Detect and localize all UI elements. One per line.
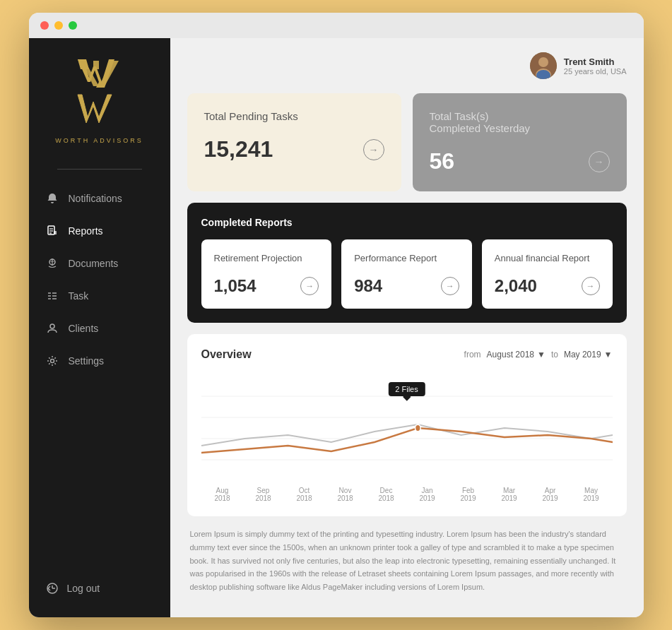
- settings-icon: [46, 355, 59, 367]
- from-label: from: [464, 350, 481, 359]
- top-bar: Trent Smith 25 years old, USA: [187, 52, 627, 79]
- user-name: Trent Smith: [564, 57, 627, 67]
- report-performance-value: 984: [354, 276, 382, 296]
- reports-label: Reports: [69, 225, 103, 237]
- main-content: Trent Smith 25 years old, USA Total Pend…: [170, 38, 644, 617]
- report-annual-value: 2,040: [495, 276, 537, 296]
- completed-tasks-card: Total Task(s) Completed Yesterday 56 →: [413, 93, 627, 191]
- completed-tasks-title: Total Task(s) Completed Yesterday: [430, 110, 610, 134]
- from-date-select[interactable]: August 2018 ▼: [487, 350, 546, 359]
- x-label-may: May2019: [577, 487, 606, 502]
- documents-label: Documents: [69, 258, 119, 269]
- date-range: from August 2018 ▼ to May 2019 ▼: [464, 350, 613, 359]
- sidebar-item-reports[interactable]: Reports: [29, 216, 170, 246]
- report-retirement-title: Retirement Projection: [214, 252, 319, 265]
- x-label-jan: Jan2019: [413, 487, 442, 502]
- x-axis-labels: Aug2018 Sep2018 Oct2018 Nov2018 Dec2018 …: [201, 484, 613, 502]
- reports-icon: [46, 225, 59, 237]
- app-window: WORTH ADVISORS Notifications: [29, 13, 644, 617]
- clients-icon: [46, 322, 59, 335]
- svg-rect-12: [54, 231, 57, 234]
- sidebar-item-clients[interactable]: Clients: [29, 314, 170, 343]
- sidebar-item-documents[interactable]: Documents: [29, 249, 170, 278]
- x-label-mar: Mar2019: [495, 487, 524, 502]
- report-card-retirement: Retirement Projection 1,054 →: [201, 239, 332, 309]
- logout-label: Log out: [67, 583, 100, 594]
- bell-icon: [46, 192, 59, 205]
- chart-tooltip: 2 Files: [388, 382, 425, 396]
- user-description: 25 years old, USA: [564, 67, 627, 76]
- notifications-label: Notifications: [69, 193, 122, 204]
- pending-tasks-title: Total Pending Tasks: [204, 110, 384, 122]
- x-label-apr: Apr2019: [536, 487, 565, 502]
- to-label: to: [551, 350, 558, 359]
- close-dot[interactable]: [40, 21, 49, 30]
- chart-area: 2 Files: [201, 375, 613, 502]
- x-label-sep: Sep2018: [249, 487, 278, 502]
- x-label-oct: Oct2018: [290, 487, 319, 502]
- svg-point-25: [538, 57, 548, 67]
- task-label: Task: [69, 290, 89, 302]
- sidebar: WORTH ADVISORS Notifications: [29, 38, 170, 617]
- settings-label: Settings: [69, 355, 105, 367]
- user-text: Trent Smith 25 years old, USA: [564, 57, 627, 76]
- user-info: Trent Smith 25 years old, USA: [530, 52, 627, 79]
- x-label-nov: Nov2018: [331, 487, 360, 502]
- completed-tasks-arrow[interactable]: →: [589, 151, 610, 172]
- report-card-annual: Annual financial Report 2,040 →: [482, 239, 613, 309]
- report-annual-bottom: 2,040 →: [495, 276, 600, 296]
- titlebar: [29, 13, 644, 38]
- brand-logo: [78, 59, 120, 93]
- overview-section: Overview from August 2018 ▼ to May 2019 …: [187, 334, 627, 516]
- svg-point-22: [50, 359, 54, 363]
- reports-grid: Retirement Projection 1,054 → Performanc…: [201, 239, 613, 309]
- pending-tasks-card: Total Pending Tasks 15,241 →: [187, 93, 401, 191]
- report-retirement-bottom: 1,054 →: [214, 276, 319, 296]
- clients-label: Clients: [69, 323, 99, 334]
- report-annual-arrow[interactable]: →: [582, 277, 600, 295]
- x-label-dec: Dec2018: [372, 487, 401, 502]
- report-performance-title: Performance Report: [354, 252, 459, 265]
- pending-tasks-value-row: 15,241 →: [204, 136, 384, 162]
- completed-tasks-value: 56: [430, 148, 455, 174]
- overview-title: Overview: [201, 348, 252, 361]
- sidebar-item-settings[interactable]: Settings: [29, 346, 170, 376]
- completed-tasks-value-row: 56 →: [430, 148, 610, 174]
- logo-area: WORTH ADVISORS: [55, 59, 143, 144]
- svg-point-32: [415, 424, 420, 432]
- svg-marker-7: [93, 61, 99, 69]
- overview-header: Overview from August 2018 ▼ to May 2019 …: [201, 348, 613, 361]
- logout-icon: [46, 582, 59, 595]
- documents-icon: [46, 257, 59, 270]
- avatar: [530, 52, 557, 79]
- report-performance-bottom: 984 →: [354, 276, 459, 296]
- sidebar-divider: [57, 169, 142, 170]
- cards-row: Total Pending Tasks 15,241 → Total Task(…: [187, 93, 627, 191]
- x-label-feb: Feb2019: [454, 487, 483, 502]
- description-text: Lorem Ipsum is simply dummy text of the …: [187, 528, 627, 593]
- report-retirement-arrow[interactable]: →: [300, 277, 319, 295]
- pending-tasks-value: 15,241: [204, 136, 273, 162]
- report-card-performance: Performance Report 984 →: [341, 239, 472, 309]
- logout-button[interactable]: Log out: [29, 573, 170, 603]
- maximize-dot[interactable]: [69, 21, 77, 30]
- x-label-aug: Aug2018: [208, 487, 237, 502]
- nav-items: Notifications Reports: [29, 184, 170, 573]
- brand-name: WORTH ADVISORS: [55, 137, 143, 144]
- sidebar-item-notifications[interactable]: Notifications: [29, 184, 170, 213]
- report-performance-arrow[interactable]: →: [441, 277, 459, 295]
- app-body: WORTH ADVISORS Notifications: [29, 38, 644, 617]
- completed-reports-title: Completed Reports: [201, 217, 613, 228]
- task-icon: [46, 290, 59, 302]
- completed-reports-section: Completed Reports Retirement Projection …: [187, 203, 627, 323]
- report-annual-title: Annual financial Report: [495, 252, 600, 265]
- svg-point-21: [50, 324, 54, 328]
- sidebar-item-task[interactable]: Task: [29, 281, 170, 311]
- avatar-image: [530, 52, 557, 79]
- to-date-select[interactable]: May 2019 ▼: [564, 350, 613, 359]
- pending-tasks-arrow[interactable]: →: [363, 139, 384, 160]
- brand-logo-w: [76, 93, 122, 130]
- minimize-dot[interactable]: [54, 21, 63, 30]
- report-retirement-value: 1,054: [214, 276, 257, 296]
